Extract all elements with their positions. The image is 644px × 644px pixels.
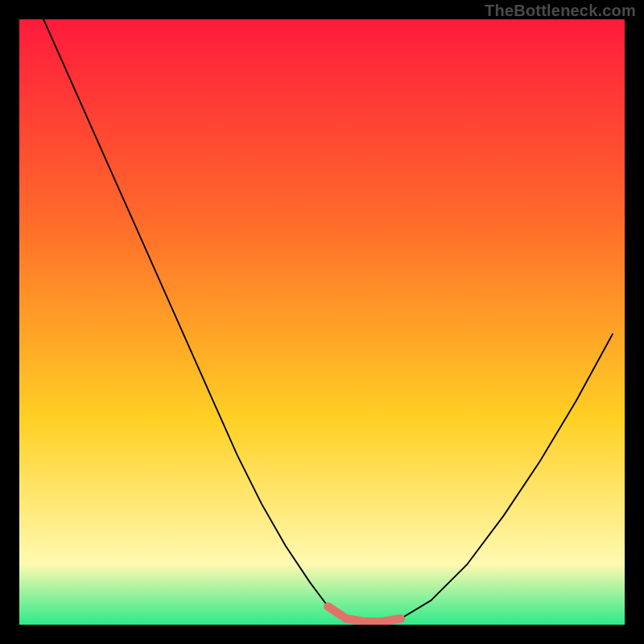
- chart-background: [19, 19, 625, 625]
- outer-frame: TheBottleneck.com: [0, 0, 644, 644]
- bottleneck-chart: [19, 19, 625, 625]
- watermark-text: TheBottleneck.com: [485, 2, 636, 20]
